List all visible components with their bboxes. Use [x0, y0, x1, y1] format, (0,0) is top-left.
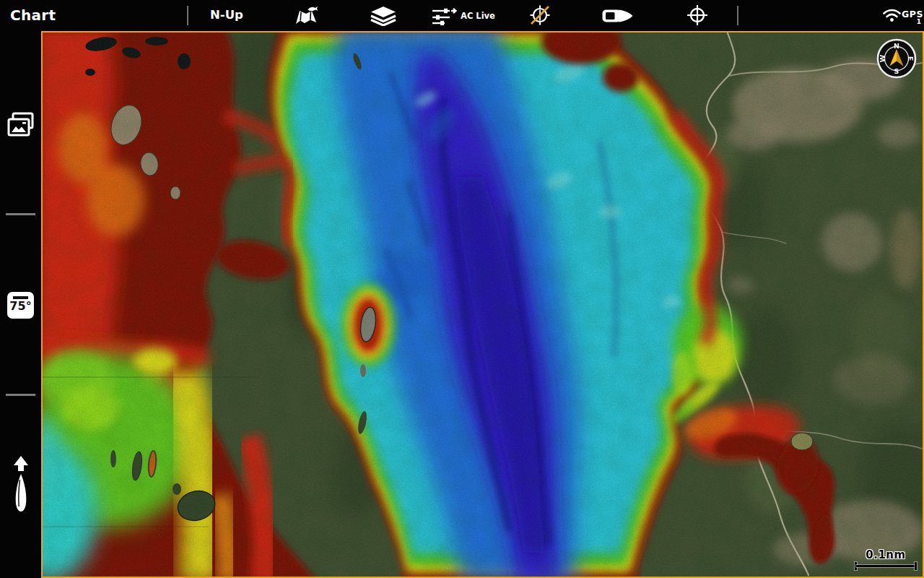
images-icon	[6, 112, 35, 138]
crosshair-icon	[685, 3, 710, 27]
scale-rule-line	[856, 565, 915, 567]
layers-icon	[367, 6, 399, 26]
view-title[interactable]: Chart	[10, 7, 56, 24]
compass-south-label: S	[894, 67, 899, 75]
scale-cap-right	[915, 562, 917, 570]
sidebar-divider	[6, 213, 35, 215]
chart-viewport[interactable]: N S E W 0.1nm	[41, 31, 924, 578]
cursor-target-button[interactable]	[685, 3, 710, 27]
water-temp-widget[interactable]: 75°	[7, 292, 34, 319]
scale-ruler	[853, 562, 918, 570]
compass-north-label: N	[894, 42, 899, 50]
scale-bar: 0.1nm	[853, 548, 918, 570]
wifi-icon	[882, 7, 902, 22]
top-menu-bar: Chart N-Up AC Live	[0, 0, 924, 31]
compass-east-label: E	[907, 56, 915, 61]
heading-off-icon	[528, 3, 552, 27]
wifi-status	[882, 7, 902, 22]
compass-rose: N S E W	[876, 38, 917, 79]
gps-receiver-number: 1	[902, 19, 923, 25]
temp-bar-icon	[13, 296, 28, 299]
screenshot-button[interactable]	[6, 112, 35, 141]
boat-topview-icon	[601, 8, 635, 24]
orientation-button[interactable]: N-Up	[205, 8, 248, 22]
chart-waypoints-button[interactable]	[292, 5, 321, 27]
topbar-divider	[737, 6, 738, 25]
temp-value: 75°	[7, 301, 34, 312]
sidebar-divider	[6, 394, 35, 396]
bathymetry-satellite-map[interactable]	[43, 33, 923, 577]
texture-overlay	[43, 33, 923, 577]
ac-live-button[interactable]: AC Live	[432, 7, 495, 25]
sliders-icon	[432, 7, 458, 25]
gps-status: GPS 1	[902, 8, 923, 25]
scale-label: 0.1nm	[853, 548, 918, 561]
compass-west-label: W	[879, 54, 886, 62]
layers-button[interactable]	[367, 6, 399, 26]
left-toolbar: 75°	[0, 31, 41, 578]
vessel-offset-button[interactable]	[601, 8, 635, 24]
ac-live-label: AC Live	[461, 11, 495, 21]
heading-line-toggle-button[interactable]	[528, 3, 552, 27]
vessel-orientation-button[interactable]	[12, 456, 30, 515]
map-fish-icon	[292, 5, 321, 27]
topbar-divider	[187, 6, 188, 25]
boat-heading-icon	[12, 456, 30, 512]
